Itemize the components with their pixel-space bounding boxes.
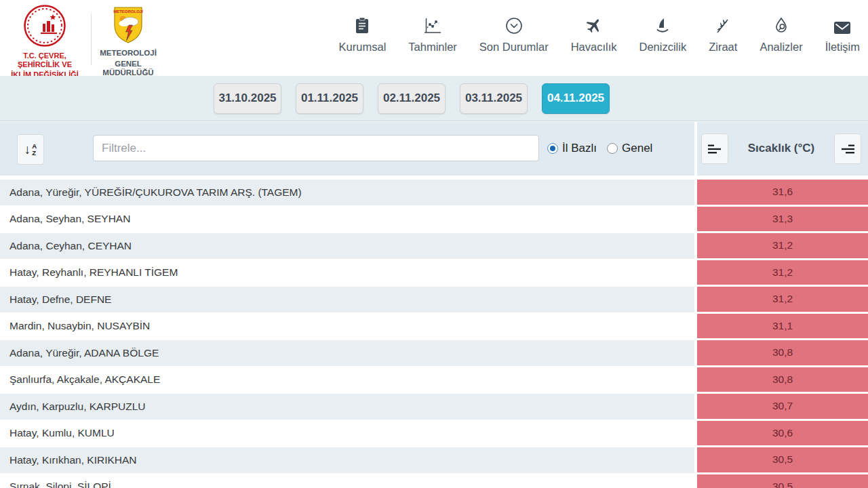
- date-tab-01.11.2025[interactable]: 01.11.2025: [296, 83, 363, 114]
- location-label: Şanlıurfa, Akçakale, AKÇAKALE: [9, 373, 160, 386]
- temperature-cell: 31,6: [697, 180, 868, 205]
- temperature-value: 31,2: [772, 266, 793, 279]
- temperature-cell: 31,2: [697, 287, 868, 312]
- temperature-value: 30,8: [772, 373, 793, 386]
- location-label: Mardin, Nusaybin, NUSAYBİN: [9, 320, 150, 332]
- radio-genel-circle[interactable]: [607, 143, 618, 154]
- nav-label: Havacılık: [571, 41, 617, 54]
- temperature-column-title: Sıcaklık (°C): [728, 142, 834, 155]
- temperature-value: 30,6: [772, 427, 793, 439]
- location-label: Aydın, Karpuzlu, KARPUZLU: [9, 401, 145, 413]
- radio-genel[interactable]: Genel: [607, 142, 652, 155]
- sort-alpha-icon: ↓AZ: [24, 143, 37, 157]
- sailboat-icon: [654, 16, 671, 35]
- temperature-value: 30,7: [772, 400, 793, 412]
- sort-alphabetical-button[interactable]: ↓AZ: [17, 134, 44, 165]
- temperature-cell: 30,6: [697, 421, 868, 446]
- nav-item-havacilik[interactable]: Havacılık: [571, 16, 617, 54]
- temperature-value: 30,8: [772, 346, 793, 359]
- temperature-value: 31,2: [772, 239, 793, 251]
- nav-item-analizler[interactable]: Analizler: [760, 16, 802, 54]
- nav-item-denizcilik[interactable]: Denizcilik: [639, 16, 687, 54]
- temperature-cell: 31,2: [697, 260, 868, 285]
- ministry-emblem-icon: [23, 38, 66, 49]
- mgm-logo[interactable]: METEOROLOJİ METEOROLOJİ GENEL MÜDÜRLÜĞÜ: [96, 5, 161, 78]
- temperature-cell: 30,8: [697, 367, 868, 392]
- nav-item-sondurumlar[interactable]: Son Durumlar: [479, 16, 549, 54]
- site-header: T.C. ÇEVRE, ŞEHİRCİLİK VE İKLİM DEĞİŞİKL…: [0, 0, 868, 76]
- scope-radio-group: İl Bazlı Genel: [547, 135, 652, 161]
- sort-temp-desc-button[interactable]: [701, 134, 728, 164]
- plane-icon: [585, 16, 603, 35]
- forecast-chart-icon: [424, 16, 441, 35]
- location-label: Şırnak, Silopi, SİLOPİ: [9, 481, 111, 488]
- table-row[interactable]: Adana, Seyhan, SEYHAN: [0, 207, 694, 232]
- sort-temp-asc-button[interactable]: [834, 134, 861, 164]
- temperature-cell: 31,3: [697, 207, 868, 232]
- sort-bars-asc-icon: [841, 144, 854, 155]
- temperature-value: 30,5: [772, 481, 793, 488]
- nav-item-kurumsal[interactable]: Kurumsal: [339, 16, 387, 54]
- table-row[interactable]: Mardin, Nusaybin, NUSAYBİN: [0, 314, 694, 340]
- date-tab-03.11.2025[interactable]: 03.11.2025: [460, 83, 528, 114]
- mgm-name-line2: GENEL MÜDÜRLÜĞÜ: [96, 60, 161, 78]
- date-tab-04.11.2025[interactable]: 04.11.2025: [542, 83, 610, 114]
- table-row[interactable]: Aydın, Karpuzlu, KARPUZLU: [0, 394, 694, 420]
- nav-label: Ziraat: [709, 41, 737, 54]
- date-tab-02.11.2025[interactable]: 02.11.2025: [378, 83, 446, 114]
- radio-il-bazli-circle[interactable]: [547, 143, 558, 154]
- location-label: Adana, Yüreğir, YÜREĞİR/ÇUKUROVA TARIM A…: [9, 186, 302, 199]
- nav-label: Analizler: [760, 41, 802, 54]
- nav-item-ziraat[interactable]: Ziraat: [709, 16, 737, 54]
- logo-divider: [91, 14, 92, 65]
- main-nav: KurumsalTahminlerSon DurumlarHavacılıkDe…: [339, 16, 860, 54]
- table-row[interactable]: Adana, Yüreğir, YÜREĞİR/ÇUKUROVA TARIM A…: [0, 180, 694, 205]
- temperature-cell: 30,5: [697, 447, 868, 472]
- radio-il-bazli[interactable]: İl Bazlı: [547, 142, 597, 155]
- temperature-value: 30,5: [772, 453, 793, 466]
- location-label: Hatay, Defne, DEFNE: [9, 293, 111, 306]
- temperature-cell: 30,7: [697, 394, 868, 419]
- temperature-cell: 30,5: [697, 474, 868, 488]
- location-label: Hatay, Kumlu, KUMLU: [9, 427, 115, 439]
- temperature-value: 31,6: [772, 186, 793, 198]
- mgm-shield-icon: METEOROLOJİ: [113, 35, 144, 47]
- date-tabs-bar: 31.10.202501.11.202502.11.202503.11.2025…: [0, 76, 868, 121]
- location-label: Hatay, Reyhanlı, REYHANLI TİGEM: [9, 266, 178, 279]
- table-row[interactable]: Hatay, Kırıkhan, KIRIKHAN: [0, 447, 694, 473]
- temperature-list: 31,631,331,231,231,231,130,830,830,730,6…: [697, 180, 868, 488]
- page: T.C. ÇEVRE, ŞEHİRCİLİK VE İKLİM DEĞİŞİKL…: [0, 0, 868, 488]
- table-row[interactable]: Şırnak, Silopi, SİLOPİ: [0, 474, 694, 488]
- filter-bar: ↓AZ İl Bazlı Genel Sıcaklık (°C): [0, 122, 868, 176]
- temperature-cell: 31,2: [697, 233, 868, 258]
- filter-input[interactable]: [93, 135, 539, 161]
- table-row[interactable]: Hatay, Defne, DEFNE: [0, 287, 694, 312]
- ministry-name-line1: T.C. ÇEVRE, ŞEHİRCİLİK VE: [1, 52, 88, 69]
- location-label: Adana, Seyhan, SEYHAN: [9, 213, 130, 225]
- table-row[interactable]: Hatay, Reyhanlı, REYHANLI TİGEM: [0, 260, 694, 286]
- nav-item-iletisim[interactable]: İletişim: [825, 16, 860, 54]
- nav-label: Tahminler: [408, 41, 457, 54]
- location-label: Hatay, Kırıkhan, KIRIKHAN: [9, 454, 137, 466]
- clipboard-icon: [355, 16, 370, 35]
- nav-label: Kurumsal: [339, 41, 387, 54]
- table-row[interactable]: Şanlıurfa, Akçakale, AKÇAKALE: [0, 367, 694, 393]
- sort-bars-desc-icon: [708, 144, 722, 155]
- location-list: Adana, Yüreğir, YÜREĞİR/ÇUKUROVA TARIM A…: [0, 180, 694, 488]
- table-row[interactable]: Hatay, Kumlu, KUMLU: [0, 421, 694, 447]
- envelope-icon: [833, 16, 851, 35]
- table-row[interactable]: Adana, Ceyhan, CEYHAN: [0, 233, 694, 259]
- temperature-value: 31,1: [772, 320, 793, 332]
- temperature-value: 31,2: [772, 293, 793, 305]
- mgm-name-line1: METEOROLOJİ: [96, 49, 161, 58]
- mgm-shield-text: METEOROLOJİ: [113, 9, 143, 14]
- column-gap: [694, 122, 697, 176]
- temperature-cell: 30,8: [697, 340, 868, 365]
- radio-il-bazli-label: İl Bazlı: [562, 142, 597, 155]
- nav-item-tahminler[interactable]: Tahminler: [408, 16, 457, 54]
- temperature-cell: 31,1: [697, 314, 868, 339]
- nav-label: Son Durumlar: [479, 41, 549, 54]
- date-tab-31.10.2025[interactable]: 31.10.2025: [214, 83, 281, 114]
- table-row[interactable]: Adana, Yüreğir, ADANA BÖLGE: [0, 340, 694, 366]
- radio-genel-label: Genel: [622, 142, 652, 155]
